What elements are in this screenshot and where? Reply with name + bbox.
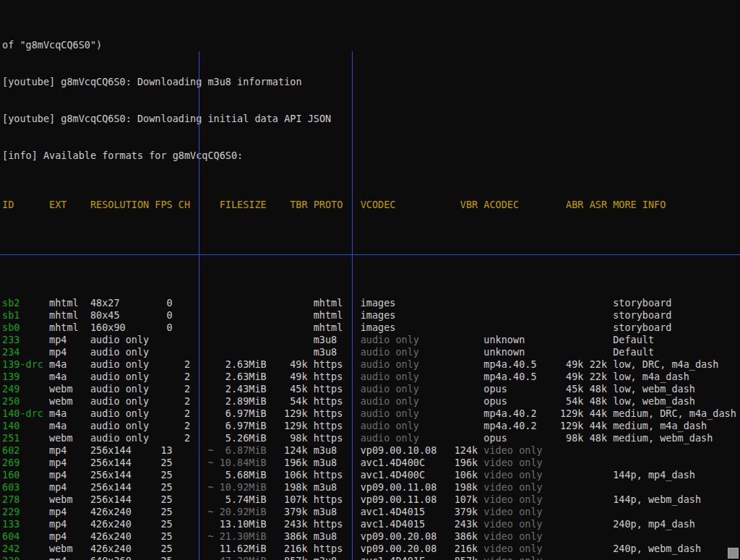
format-table-header: ID EXT RESOLUTION FPS CH FILESIZE TBR PR… xyxy=(2,199,740,211)
cell-ext: mp4 xyxy=(49,444,85,457)
cell-tbr: 124k xyxy=(272,444,308,457)
cell-acodec xyxy=(483,309,548,322)
cell-id: 251 xyxy=(2,432,43,444)
cell-size: 5.74MiB xyxy=(207,494,266,506)
cell-ext: webm xyxy=(49,432,85,444)
cell-asr xyxy=(590,346,607,358)
cell-vbr xyxy=(449,346,478,358)
cell-info: 240p, mp4_dash xyxy=(613,518,740,530)
cell-proto: m3u8 xyxy=(314,555,343,560)
cell-id: sb2 xyxy=(2,297,43,309)
cell-acodec: video only xyxy=(483,518,548,530)
cell-vbr xyxy=(449,432,478,444)
cell-ch: 2 xyxy=(178,420,190,432)
cell-vbr: 243k xyxy=(449,518,478,530)
cell-ch xyxy=(178,334,190,346)
cell-res: 48x27 xyxy=(90,297,149,309)
format-row: 604mp4426x24025~ 21.30MiB386km3u8vp09.00… xyxy=(2,530,740,543)
cell-vbr: 107k xyxy=(449,494,478,506)
cell-vbr xyxy=(449,383,478,395)
cell-vcodec: vp09.00.11.08 xyxy=(361,481,443,494)
cell-fps: 25 xyxy=(155,543,172,555)
cell-asr xyxy=(590,457,607,469)
cell-vbr: 198k xyxy=(449,481,478,494)
cell-acodec: mp4a.40.5 xyxy=(483,358,548,371)
format-row: 233mp4audio onlym3u8audio onlyunknownDef… xyxy=(2,334,740,346)
cell-tbr: 45k xyxy=(272,383,308,395)
cell-id: 233 xyxy=(2,334,43,346)
cell-proto: https xyxy=(314,420,343,432)
cell-res: audio only xyxy=(90,408,149,420)
cell-id: 250 xyxy=(2,395,43,408)
format-row: 269mp4256x14425~ 10.84MiB196km3u8avc1.4D… xyxy=(2,457,740,469)
cell-res: audio only xyxy=(90,395,149,408)
cell-id: 229 xyxy=(2,506,43,518)
cell-vcodec: images xyxy=(361,297,443,309)
cell-vcodec: audio only xyxy=(361,408,443,420)
header-ext: EXT xyxy=(49,199,85,211)
cell-abr: 129k xyxy=(554,408,584,420)
cell-size: ~ 10.84MiB xyxy=(207,457,266,469)
cell-vcodec: avc1.4D4015 xyxy=(361,506,443,518)
cell-ch: 2 xyxy=(178,371,190,383)
cell-size xyxy=(207,346,266,358)
cell-ext: mp4 xyxy=(49,530,85,543)
terminal-output[interactable]: of "g8mVcqCQ6S0") [youtube] g8mVcqCQ6S0:… xyxy=(0,0,740,560)
cell-ch xyxy=(178,457,190,469)
cell-res: 256x144 xyxy=(90,481,149,494)
cell-id: 230 xyxy=(2,555,43,560)
cell-tbr: 54k xyxy=(272,395,308,408)
cell-tbr: 198k xyxy=(272,481,308,494)
cell-ext: mhtml xyxy=(49,297,85,309)
cell-size: ~ 10.92MiB xyxy=(207,481,266,494)
cell-abr xyxy=(554,322,584,334)
cell-res: 426x240 xyxy=(90,530,149,543)
cell-ch: 2 xyxy=(178,358,190,371)
cell-asr xyxy=(590,297,607,309)
cell-size: ~ 21.30MiB xyxy=(207,530,266,543)
cell-vbr: 857k xyxy=(449,555,478,560)
cell-size xyxy=(207,297,266,309)
header-resolution: RESOLUTION xyxy=(90,199,149,211)
cell-ext: m4a xyxy=(49,420,85,432)
cell-ext: mhtml xyxy=(49,309,85,322)
cell-vcodec: avc1.4D401E xyxy=(361,555,443,560)
cell-ext: webm xyxy=(49,395,85,408)
cell-ext: mp4 xyxy=(49,481,85,494)
cell-asr xyxy=(590,322,607,334)
cell-ch xyxy=(178,309,190,322)
cell-asr xyxy=(590,469,607,481)
cell-vcodec: vp09.00.10.08 xyxy=(361,444,443,457)
cell-id: 140-drc xyxy=(2,408,43,420)
header-more-info: MORE INFO xyxy=(613,199,740,211)
cell-proto: https xyxy=(314,395,343,408)
cell-tbr xyxy=(272,334,308,346)
cell-vcodec: vp09.00.20.08 xyxy=(361,543,443,555)
cell-ch: 2 xyxy=(178,383,190,395)
scrollbar-corner[interactable] xyxy=(728,548,739,559)
cell-res: 256x144 xyxy=(90,457,149,469)
log-line-api-json: [youtube] g8mVcqCQ6S0: Downloading initi… xyxy=(2,113,740,125)
cell-tbr xyxy=(272,346,308,358)
cell-vbr: 106k xyxy=(449,469,478,481)
cell-vcodec: avc1.4D400C xyxy=(361,469,443,481)
cell-vbr xyxy=(449,322,478,334)
cell-tbr xyxy=(272,322,308,334)
cell-info: medium, webm_dash xyxy=(613,432,740,444)
cell-vcodec: vp09.00.11.08 xyxy=(361,494,443,506)
cell-proto: https xyxy=(314,469,343,481)
cell-asr xyxy=(590,506,607,518)
cell-vbr xyxy=(449,309,478,322)
cell-id: 603 xyxy=(2,481,43,494)
cell-fps xyxy=(155,408,172,420)
cell-id: 140 xyxy=(2,420,43,432)
format-row: 603mp4256x14425~ 10.92MiB198km3u8vp09.00… xyxy=(2,481,740,494)
cell-proto: https xyxy=(314,543,343,555)
cell-res: audio only xyxy=(90,358,149,371)
cell-id: 133 xyxy=(2,518,43,530)
cell-vbr: 386k xyxy=(449,530,478,543)
cell-id: sb0 xyxy=(2,322,43,334)
cell-ch: 2 xyxy=(178,408,190,420)
cell-size: 2.89MiB xyxy=(207,395,266,408)
cell-proto: mhtml xyxy=(314,309,343,322)
